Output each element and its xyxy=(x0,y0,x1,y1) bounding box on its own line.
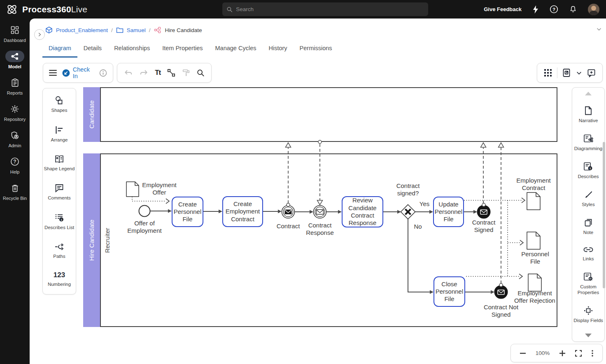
tab-relationships[interactable]: Relationships xyxy=(108,41,156,58)
arrange-icon xyxy=(54,125,64,135)
breadcrumb-separator: / xyxy=(111,27,113,33)
task-update-personnel-file[interactable]: Update Personnel File xyxy=(433,197,464,227)
redo-icon[interactable] xyxy=(139,69,148,77)
task-create-employment-contract[interactable]: Create Employment Contract xyxy=(222,196,263,227)
undo-icon[interactable] xyxy=(124,69,133,77)
data-object-personnel-file[interactable] xyxy=(527,232,540,249)
sidebar-item-dashboard[interactable]: Dashboard xyxy=(0,24,30,43)
svg-text:?: ? xyxy=(552,7,555,12)
message-throw-event-contract[interactable] xyxy=(282,203,295,218)
zoom-level: 100% xyxy=(536,350,550,356)
tool-label: Describes xyxy=(578,174,599,179)
tool-shapes[interactable]: Shapes xyxy=(51,95,67,113)
label-no: No xyxy=(412,223,424,230)
help-icon[interactable]: ? xyxy=(550,5,558,14)
grid-apps-icon[interactable] xyxy=(544,69,552,77)
start-event-offer-of-employment[interactable] xyxy=(139,206,150,217)
menu-hamburger-icon[interactable] xyxy=(49,70,57,76)
breadcrumb-folder-link[interactable]: Samuel xyxy=(127,27,146,33)
tool-note[interactable]: Note xyxy=(583,218,593,235)
tab-item-properties[interactable]: Item Properties xyxy=(156,41,209,58)
tab-permissions[interactable]: Permissions xyxy=(294,41,338,58)
task-review-candidate-contract-response[interactable]: Review Candidate Contract Response xyxy=(342,196,383,227)
tool-paths[interactable]: Paths xyxy=(53,242,65,259)
data-object-employment-offer[interactable] xyxy=(126,182,139,197)
tool-display-fields[interactable]: Display Fields xyxy=(573,306,603,323)
tool-custom-properties[interactable]: Custom Properties xyxy=(573,272,604,296)
panel-expand-button[interactable] xyxy=(34,29,45,40)
reports-icon xyxy=(10,78,20,88)
panel-scroll-down-icon[interactable] xyxy=(585,334,592,337)
comments-icon xyxy=(54,183,64,193)
trash-icon xyxy=(10,183,20,193)
tool-label: Shapes xyxy=(51,107,67,113)
data-object-employment-offer-rejection[interactable] xyxy=(528,274,541,291)
tool-links[interactable]: Links xyxy=(583,246,594,262)
label-contract: Contract xyxy=(272,223,305,230)
process-item-icon xyxy=(154,26,161,34)
task-close-personnel-file[interactable]: Close Personnel File xyxy=(434,276,465,307)
panel-scroll-up-icon[interactable] xyxy=(585,92,592,95)
breadcrumb-root-link[interactable]: Product_Enablement xyxy=(56,27,108,33)
sidebar-item-reports[interactable]: Reports xyxy=(0,77,30,95)
model-icon xyxy=(10,51,20,61)
tool-arrange[interactable]: Arrange xyxy=(51,125,68,143)
describes-list-icon: i xyxy=(54,213,65,223)
end-event-contract-signed[interactable] xyxy=(478,203,490,218)
export-document-icon[interactable] xyxy=(562,68,571,77)
tool-numbering[interactable]: 123 Numbering xyxy=(48,271,71,287)
search-input[interactable] xyxy=(236,6,424,12)
data-object-employment-contract[interactable] xyxy=(527,192,540,210)
label-personnel-file: Personnel File xyxy=(519,250,552,265)
tool-styles[interactable]: Styles xyxy=(582,190,594,207)
user-avatar[interactable] xyxy=(588,4,599,15)
task-create-personnel-file[interactable]: Create Personnel File xyxy=(172,197,203,227)
collapse-header-chevron[interactable] xyxy=(596,26,602,34)
connector-icon[interactable] xyxy=(167,69,175,77)
tool-diagramming[interactable]: Diagramming xyxy=(574,134,602,151)
xor-gateway-contract-signed[interactable] xyxy=(401,205,415,219)
tab-details[interactable]: Details xyxy=(77,41,108,58)
label-yes: Yes xyxy=(418,200,431,208)
canvas-scrollbar[interactable] xyxy=(603,142,605,288)
tool-narrative[interactable]: Narrative xyxy=(579,106,598,123)
zoom-in-button[interactable] xyxy=(559,350,565,356)
repository-gear-icon xyxy=(10,104,20,114)
quick-actions-icon[interactable] xyxy=(532,5,539,14)
end-event-contract-not-signed[interactable] xyxy=(495,283,508,299)
tool-comments[interactable]: Comments xyxy=(48,183,71,201)
tool-label: Styles xyxy=(582,202,594,207)
fullscreen-icon[interactable] xyxy=(575,350,582,357)
logo-bold: Process360 xyxy=(22,5,71,14)
sidebar-item-admin[interactable]: Admin xyxy=(0,130,30,148)
sidebar-item-model[interactable]: Model xyxy=(0,51,30,69)
left-navigation-rail: Dashboard Model Reports Repository Admin… xyxy=(0,19,30,364)
tab-history[interactable]: History xyxy=(262,41,293,58)
tab-diagram[interactable]: Diagram xyxy=(42,41,77,58)
notifications-bell-icon[interactable] xyxy=(569,5,577,14)
tool-describes[interactable]: i Describes xyxy=(578,162,599,179)
chevron-down-icon[interactable] xyxy=(576,70,582,76)
custom-properties-icon xyxy=(583,272,594,282)
tool-shape-legend[interactable]: Shape Legend xyxy=(44,155,75,172)
global-search[interactable] xyxy=(222,2,428,16)
info-icon[interactable] xyxy=(99,69,107,77)
text-style-icon[interactable]: Tt xyxy=(155,69,161,77)
more-options-kebab-icon[interactable] xyxy=(592,350,593,357)
tool-describes-list[interactable]: i Describes List xyxy=(44,213,74,230)
tool-label: Note xyxy=(583,230,593,235)
styles-pen-icon xyxy=(583,190,593,199)
sidebar-item-repository[interactable]: Repository xyxy=(0,103,30,122)
check-in-button[interactable]: Check In xyxy=(62,66,94,79)
sidebar-item-recycle-bin[interactable]: Recycle Bin xyxy=(0,182,30,201)
zoom-out-button[interactable] xyxy=(520,352,526,354)
message-catch-event-contract-response[interactable] xyxy=(314,206,326,218)
sidebar-item-help[interactable]: ? Help xyxy=(0,156,30,174)
give-feedback-button[interactable]: Give Feedback xyxy=(484,6,522,12)
tab-manage-cycles[interactable]: Manage Cycles xyxy=(209,41,263,58)
paths-icon xyxy=(54,242,64,251)
diagram-search-icon[interactable] xyxy=(196,69,205,77)
add-comment-icon[interactable] xyxy=(587,69,596,77)
format-painter-icon[interactable] xyxy=(182,69,190,77)
app-logo[interactable]: Process360Live xyxy=(0,3,87,16)
